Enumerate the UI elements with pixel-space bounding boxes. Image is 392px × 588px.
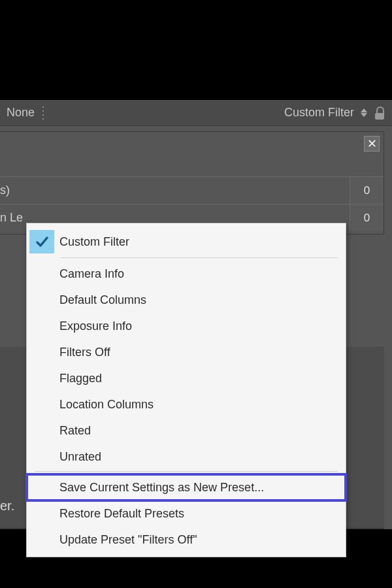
menu-item-label: Save Current Settings as New Preset... <box>59 481 264 495</box>
menu-item-camera-info[interactable]: Camera Info <box>27 261 346 287</box>
toolbar-right: Custom Filter <box>284 106 385 120</box>
menu-item-update-preset[interactable]: Update Preset "Filters Off" <box>27 527 346 553</box>
menu-item-exposure-info[interactable]: Exposure Info <box>27 313 346 339</box>
menu-item-unrated[interactable]: Unrated <box>27 444 346 470</box>
menu-item-label: Location Columns <box>59 398 154 412</box>
filter-preset-menu: Custom Filter Camera Info Default Column… <box>26 223 346 557</box>
menu-item-label: Filters Off <box>59 346 110 359</box>
menu-item-custom-filter[interactable]: Custom Filter <box>27 227 346 256</box>
menu-item-label: Unrated <box>59 450 101 464</box>
filter-dropdown-label[interactable]: Custom Filter <box>284 106 354 120</box>
menu-item-label: Exposure Info <box>59 319 132 333</box>
panel-text-fragment: er. <box>0 498 14 514</box>
close-icon: ✕ <box>367 137 377 151</box>
menu-item-label: Rated <box>59 424 91 438</box>
checkmark-icon <box>29 230 54 253</box>
toolbar-left: None <box>7 106 45 120</box>
menu-item-label: Custom Filter <box>59 235 129 249</box>
grip-icon[interactable] <box>41 106 45 120</box>
filter-row-1[interactable]: s) 0 <box>0 176 384 204</box>
menu-item-save-preset[interactable]: Save Current Settings as New Preset... <box>27 474 346 500</box>
menu-item-default-columns[interactable]: Default Columns <box>27 287 346 313</box>
row-count-1: 0 <box>350 177 384 204</box>
metadata-filter-panel: ✕ s) 0 n Le 0 <box>0 131 384 235</box>
row-label-2: n Le <box>0 211 23 225</box>
filter-none-label: None <box>7 106 35 120</box>
menu-item-label: Flagged <box>59 372 102 385</box>
filter-toolbar: None Custom Filter <box>0 100 392 126</box>
updown-icon[interactable] <box>359 108 368 117</box>
menu-item-label: Default Columns <box>59 293 146 307</box>
close-button[interactable]: ✕ <box>364 136 380 152</box>
menu-separator <box>35 471 338 472</box>
top-black-region <box>0 0 392 99</box>
menu-item-restore-default[interactable]: Restore Default Presets <box>27 500 346 527</box>
app-panel: None Custom Filter ✕ s) 0 n Le 0 er. <box>0 99 392 588</box>
menu-item-rated[interactable]: Rated <box>27 417 346 444</box>
menu-item-filters-off[interactable]: Filters Off <box>27 339 346 365</box>
lock-icon[interactable] <box>374 106 385 120</box>
row-label-1: s) <box>0 184 10 197</box>
menu-item-location-columns[interactable]: Location Columns <box>27 391 346 417</box>
row-count-2: 0 <box>350 204 384 231</box>
menu-item-label: Camera Info <box>59 267 124 281</box>
menu-item-label: Restore Default Presets <box>59 507 184 521</box>
menu-separator <box>61 257 338 258</box>
menu-item-flagged[interactable]: Flagged <box>27 365 346 391</box>
menu-item-label: Update Preset "Filters Off" <box>59 533 197 547</box>
